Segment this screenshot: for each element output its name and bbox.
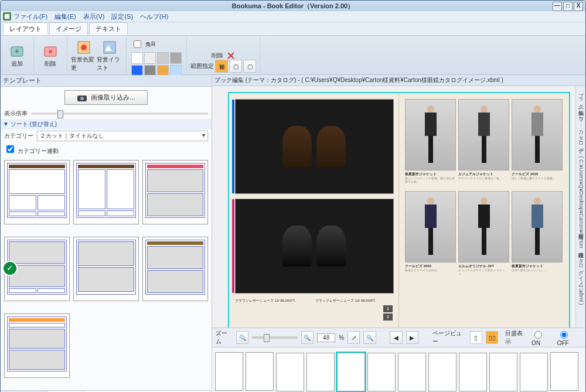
page-thumbnail[interactable]: 4 [336,353,366,393]
pageview-single-button[interactable]: ▯ [470,331,482,344]
menu-help[interactable]: ヘルプ(H) [140,12,168,21]
frame-swatch[interactable] [157,52,169,64]
product-image[interactable] [512,99,563,171]
page-thumbnail[interactable]: 7 [428,353,457,393]
product-card[interactable]: クールビズ 2020涼しく快適な夏のスタイル提案。 [512,99,563,189]
product-image[interactable] [512,191,563,263]
minimize-button[interactable]: — [553,2,562,11]
menubar: ファイル(F) 編集(E) 表示(V) 設定(S) ヘルプ(H) [1,11,585,22]
page-thumbnail[interactable]: 6 [397,353,427,393]
bgimg-button[interactable]: 背景イラスト [97,40,122,73]
range-opt1[interactable]: ▦ [215,60,228,73]
delete-x-icon[interactable] [227,52,235,60]
editor-area: ブック編集 (テーマ：カタログ) - ( C:¥Users¥Q¥Desktop¥… [212,75,585,392]
product-grid: 春夏新作ジャケット新しいジャケットの登場。着心地も抜群で人気。カジュアルジャケッ… [405,99,563,281]
page-spread[interactable]: ブラウンレザーシューズ 12/ 88,000円 ブラックレザーシューズ 12/ … [228,92,570,328]
hero-image-top[interactable] [235,99,394,194]
pageview-spread-button[interactable]: ▯▯ [486,331,498,344]
next-page-button[interactable]: ▶ [406,331,418,344]
product-card[interactable]: 春夏新作ジャケット注目の新作コレクション。 [512,191,563,281]
page-thumbnail[interactable]: 5 [367,353,396,393]
close-button[interactable]: X [574,2,583,11]
range-opt3[interactable]: ▢ [243,60,256,73]
product-card[interactable]: カジュアルジャケットデイリースタイルに最適な一枚。 [458,99,509,189]
bgcolor-button[interactable]: 背景色変更 [71,40,97,73]
page-thumbnail[interactable]: 1(表紙) [245,352,274,393]
page-thumbnail[interactable]: 11(裏3) [550,352,579,393]
titlebar: Bookuma - Book Editor（Version 2.00） — □ … [1,1,585,11]
zoom-percent-input[interactable]: 48 [317,333,335,342]
zoom-out-button[interactable]: 🔍 [236,331,248,344]
range-opt2[interactable]: ▢ [229,60,242,73]
page-thumbnail[interactable]: 3 [306,353,335,393]
ruler-off-radio[interactable]: OFF [557,329,582,346]
category-dropdown[interactable]: ２カット｜タイトルなし [37,131,208,141]
hero-image-bottom[interactable] [235,199,394,294]
frame-swatch[interactable] [170,52,182,64]
frame-swatch[interactable] [131,52,143,64]
tab-text[interactable]: テキスト [89,22,128,35]
menu-edit[interactable]: 編集(E) [54,12,76,21]
product-card[interactable]: クールビズ 2020快適さとスタイルを両立。 [405,191,456,281]
import-image-button[interactable]: 画像取り込み... [64,90,147,105]
bgcolor-icon [77,40,91,54]
tab-layout[interactable]: レイアウト [3,22,48,35]
zoom-slider[interactable] [252,336,297,339]
product-card[interactable]: エルムオリジナル JKTオリジナルデザインの新作ジャケット。 [458,191,509,281]
zoom-fit-button[interactable]: ⤢ [347,331,360,344]
range-label: 範囲指定 [190,62,214,70]
page-thumbnail[interactable]: 8 [458,353,488,393]
svg-point-13 [80,97,84,100]
editor-breadcrumb: ブック編集 (テーマ：カタログ) - ( C:¥Users¥Q¥Desktop¥… [212,75,585,86]
add-icon: + [10,45,24,59]
zoom-100-button[interactable]: 🔍 [363,331,376,344]
product-desc: デイリースタイルに最適な一枚。 [458,177,509,189]
page-thumbnail[interactable]: 9 [489,353,518,393]
template-item[interactable] [142,237,208,301]
product-title: カジュアルジャケット [458,172,509,177]
menu-settings[interactable]: 設定(S) [111,12,133,21]
window-title: Bookuma - Book Editor（Version 2.00） [232,2,354,11]
product-image[interactable] [458,99,509,171]
menu-view[interactable]: 表示(V) [83,12,105,21]
prev-page-button[interactable]: ◀ [390,331,402,344]
category-link-checkbox[interactable]: カテゴリー連動 [4,148,59,154]
tab-image[interactable]: イメージ [49,22,88,35]
menu-file[interactable]: ファイル(F) [13,12,47,21]
maximize-button[interactable]: □ [563,2,573,11]
add-button[interactable]: + 追加 [4,40,30,73]
product-image[interactable] [405,191,456,263]
zoom-in-button[interactable]: 🔍 [301,331,314,344]
delete-icon: × [43,45,57,59]
page-filmstrip[interactable]: 12(坐裏紙)1(表紙)234567891011(裏3) [212,347,585,392]
template-item[interactable] [73,160,139,224]
product-image[interactable] [458,191,509,263]
zoom-toolbar: ズーム 🔍 🔍 48 % ⤢ 🔍 ◀ ▶ ページビュー ▯ ▯▯ 目盛表示 ON… [212,328,585,347]
frame-swatch[interactable] [144,52,156,64]
delete-button[interactable]: × 削除 [38,40,63,73]
template-item[interactable]: ✓ [4,237,70,301]
page-thumbnail[interactable]: 2 [275,353,305,393]
corner-checkbox[interactable] [134,40,141,48]
template-item[interactable] [142,160,208,224]
ribbon-tabs: レイアウト イメージ テキスト [1,22,585,36]
template-item[interactable] [4,160,70,224]
svg-text:×: × [48,47,53,56]
template-zoom-slider[interactable] [31,113,208,115]
product-image[interactable] [405,99,456,171]
page-thumbnail[interactable]: 12(坐裏紙) [214,352,244,393]
template-item[interactable] [73,237,139,301]
sort-dropdown[interactable]: ▼ ソート (並び替え) [1,119,212,129]
product-card[interactable]: 春夏新作ジャケット新しいジャケットの登場。着心地も抜群で人気。 [405,99,456,189]
product-desc: 快適さとスタイルを両立。 [405,269,456,281]
ruler-on-radio[interactable]: ON [532,329,554,346]
template-item[interactable] [4,313,70,378]
page-left[interactable]: ブラウンレザーシューズ 12/ 88,000円 ブラックレザーシューズ 12/ … [229,93,400,328]
canvas[interactable]: ブラウンレザーシューズ 12/ 88,000円 ブラックレザーシューズ 12/ … [212,86,585,328]
app-icon [3,12,11,21]
vertical-tab[interactable]: ブック編集 (テーマ：カタログ) - ( C:¥Users¥Q¥Desktop¥… [575,86,585,328]
product-desc: 涼しく快適な夏のスタイル提案。 [512,177,563,189]
page-right[interactable]: 春夏新作ジャケット新しいジャケットの登場。着心地も抜群で人気。カジュアルジャケッ… [399,93,569,328]
svg-rect-1 [5,14,9,19]
page-thumbnail[interactable]: 10 [519,353,548,393]
